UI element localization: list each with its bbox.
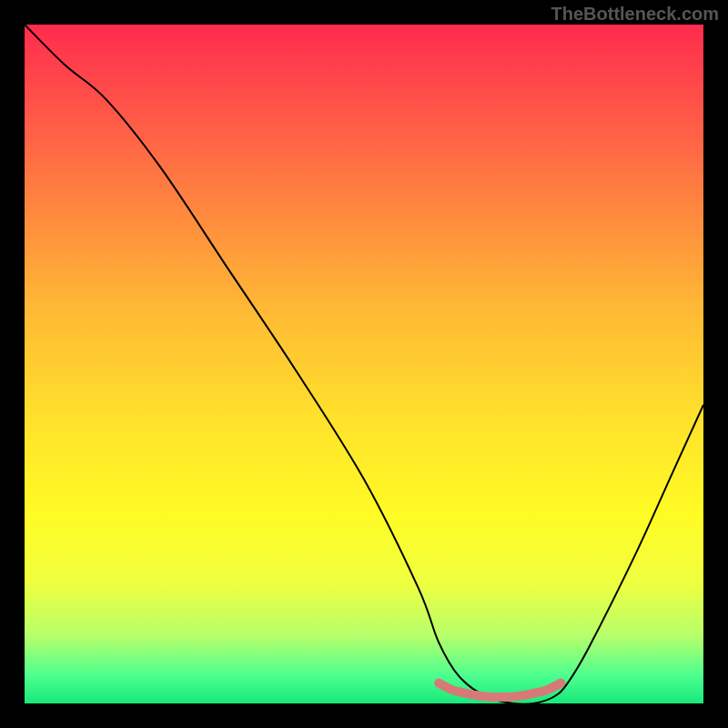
chart-plot bbox=[25, 25, 703, 703]
highlight-segment-line bbox=[439, 683, 561, 697]
chart-container: TheBottleneck.com bbox=[0, 0, 728, 728]
bottleneck-curve-line bbox=[25, 25, 703, 703]
watermark-text: TheBottleneck.com bbox=[551, 4, 719, 25]
